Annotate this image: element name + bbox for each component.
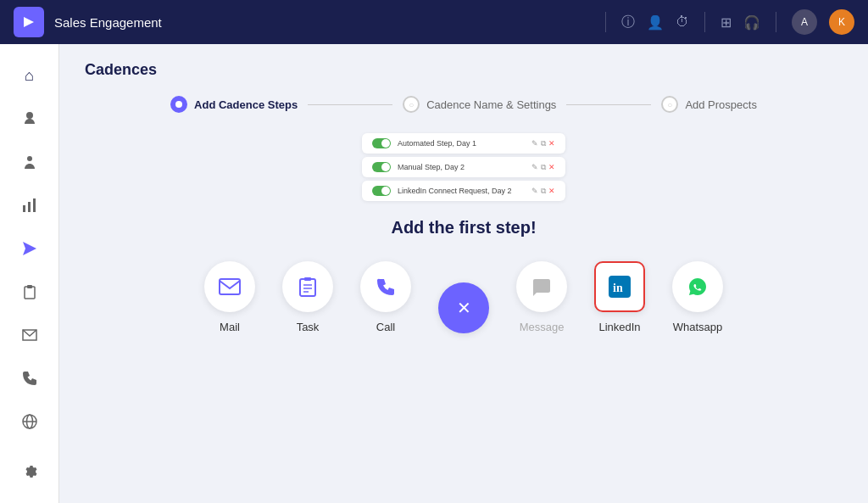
call-label: Call <box>376 321 395 333</box>
sidebar-item-reports[interactable] <box>11 187 48 224</box>
headset-icon[interactable]: 🎧 <box>743 14 760 31</box>
message-label: Message <box>520 321 565 333</box>
step-option-linkedin[interactable]: in LinkedIn <box>594 261 645 333</box>
svg-text:in: in <box>613 282 623 294</box>
whatsapp-icon <box>672 261 723 312</box>
step-line-2 <box>566 104 651 105</box>
sidebar-item-contacts[interactable] <box>11 101 48 137</box>
svg-marker-0 <box>24 17 34 27</box>
delete-icon-2[interactable]: ✕ <box>548 163 555 172</box>
avatar-a[interactable]: A <box>792 9 817 35</box>
delete-icon-1[interactable]: ✕ <box>548 139 555 148</box>
topnav-divider-1 <box>605 12 606 32</box>
step-option-close[interactable]: ✕ <box>438 282 489 333</box>
svg-rect-2 <box>23 205 25 212</box>
copy-icon-1[interactable]: ⧉ <box>541 139 546 148</box>
sidebar-item-globe[interactable] <box>11 403 48 439</box>
svg-point-10 <box>175 101 182 108</box>
step-line-1 <box>308 104 392 105</box>
step-1: Add Cadence Steps <box>170 96 298 113</box>
step-option-whatsapp[interactable]: Whatsapp <box>672 261 723 333</box>
stepper: Add Cadence Steps ○ Cadence Name & Setti… <box>85 96 843 113</box>
whatsapp-label: Whatsapp <box>673 321 723 333</box>
user-icon[interactable]: 👤 <box>647 14 664 31</box>
preview-toggle-3[interactable] <box>372 186 391 196</box>
preview-card-2-label: Manual Step, Day 2 <box>398 163 525 171</box>
sidebar-item-send[interactable] <box>11 231 48 267</box>
delete-icon-3[interactable]: ✕ <box>548 187 555 196</box>
preview-card-3-label: LinkedIn Connect Request, Day 2 <box>398 187 525 195</box>
svg-rect-13 <box>304 277 311 281</box>
sidebar-item-person[interactable] <box>11 144 48 181</box>
step-1-label: Add Cadence Steps <box>194 98 298 111</box>
svg-rect-6 <box>27 285 32 288</box>
step-option-call[interactable]: Call <box>360 261 411 333</box>
sidebar-item-phone[interactable] <box>11 360 48 396</box>
topnav-icon-group: ⓘ 👤 ⏱ ⊞ 🎧 A K <box>602 9 854 35</box>
preview-card-1: Automated Step, Day 1 ✎ ⧉ ✕ <box>362 133 565 154</box>
linkedin-label: LinkedIn <box>598 321 640 333</box>
step-3-label: Add Prospects <box>685 98 757 111</box>
svg-rect-3 <box>28 202 31 212</box>
svg-rect-4 <box>33 198 36 212</box>
sidebar-item-mail[interactable] <box>11 316 48 353</box>
preview-card-2-icons: ✎ ⧉ ✕ <box>531 163 555 172</box>
preview-cards-area: Automated Step, Day 1 ✎ ⧉ ✕ Manual Step,… <box>85 133 843 201</box>
activity-icon[interactable]: ⏱ <box>676 14 689 30</box>
step-option-mail[interactable]: Mail <box>204 261 255 333</box>
preview-card-1-icons: ✎ ⧉ ✕ <box>531 139 555 148</box>
edit-icon-1[interactable]: ✎ <box>531 139 538 148</box>
grid-icon[interactable]: ⊞ <box>721 14 732 31</box>
step-2: ○ Cadence Name & Settings <box>403 96 556 113</box>
edit-icon-3[interactable]: ✎ <box>531 187 538 196</box>
linkedin-icon: in <box>594 261 645 312</box>
step-2-label: Cadence Name & Settings <box>426 98 556 111</box>
preview-card-3-icons: ✎ ⧉ ✕ <box>531 187 555 196</box>
preview-toggle-2[interactable] <box>372 162 391 172</box>
preview-card-1-label: Automated Step, Day 1 <box>398 139 525 148</box>
step-1-circle <box>170 96 187 113</box>
add-step-title: Add the first step! <box>85 218 843 238</box>
sidebar-item-settings[interactable] <box>11 453 48 489</box>
call-icon <box>360 261 411 312</box>
mail-icon <box>204 261 255 312</box>
svg-point-1 <box>27 156 32 161</box>
page-title: Cadences <box>85 61 843 79</box>
svg-rect-5 <box>25 287 35 299</box>
help-icon[interactable]: ⓘ <box>621 14 635 31</box>
sidebar: ⌂ <box>0 44 59 503</box>
step-option-task[interactable]: Task <box>282 261 333 333</box>
app-logo[interactable] <box>14 7 44 37</box>
edit-icon-2[interactable]: ✎ <box>531 163 538 172</box>
preview-toggle-1[interactable] <box>372 138 391 148</box>
svg-rect-12 <box>300 279 315 296</box>
sidebar-item-clipboard[interactable] <box>11 274 48 310</box>
step-2-circle: ○ <box>403 96 420 113</box>
avatar-k[interactable]: K <box>829 9 854 35</box>
preview-card-2: Manual Step, Day 2 ✎ ⧉ ✕ <box>362 157 565 177</box>
close-icon: ✕ <box>438 282 489 333</box>
topnav-divider-2 <box>704 12 705 32</box>
mail-label: Mail <box>220 321 240 333</box>
main-layout: ⌂ Cadences <box>0 44 868 503</box>
task-label: Task <box>297 321 320 333</box>
preview-card-3: LinkedIn Connect Request, Day 2 ✎ ⧉ ✕ <box>362 181 565 201</box>
copy-icon-2[interactable]: ⧉ <box>541 163 546 172</box>
message-icon <box>516 261 567 312</box>
main-content: Cadences Add Cadence Steps ○ Cadence Nam… <box>59 44 868 503</box>
step-3: ○ Add Prospects <box>661 96 757 113</box>
top-navigation: Sales Engagement ⓘ 👤 ⏱ ⊞ 🎧 A K <box>0 0 868 44</box>
step-3-circle: ○ <box>661 96 678 113</box>
step-options: Mail Task Call ✕ <box>85 261 843 333</box>
svg-rect-11 <box>220 279 240 294</box>
sidebar-item-home[interactable]: ⌂ <box>11 58 48 94</box>
copy-icon-3[interactable]: ⧉ <box>541 187 546 196</box>
task-icon <box>282 261 333 312</box>
app-title: Sales Engagement <box>54 15 162 30</box>
step-option-message[interactable]: Message <box>516 261 567 333</box>
topnav-divider-3 <box>776 12 776 32</box>
